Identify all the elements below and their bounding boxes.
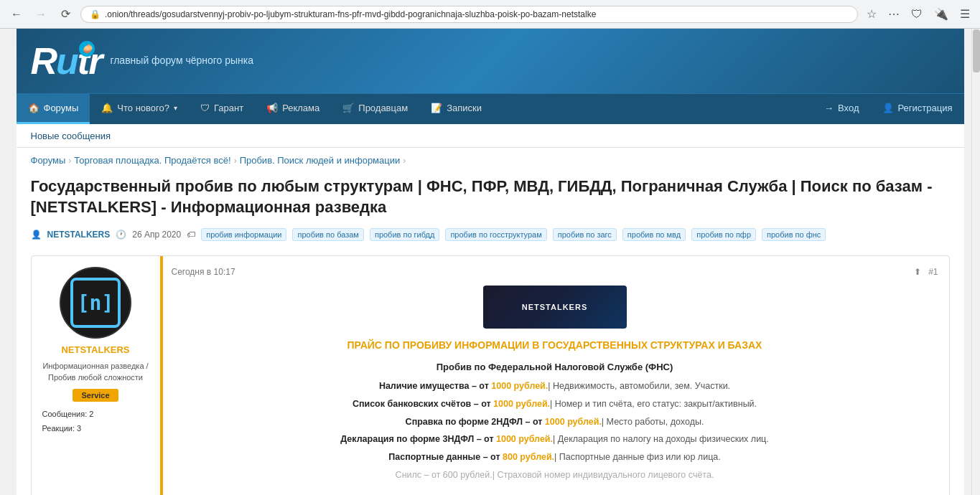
menu-icon[interactable]: ☰ xyxy=(957,6,973,22)
dropdown-icon: ▾ xyxy=(174,104,177,112)
user-stats: Сообщения: 2 Реакции: 3 xyxy=(42,407,149,436)
clock-icon: 🕐 xyxy=(116,230,126,240)
username[interactable]: NETSTALKERS xyxy=(61,344,129,355)
new-messages-bar: Новые сообщения xyxy=(17,124,964,148)
browser-actions: ☆ ⋯ 🛡 🔌 ☰ xyxy=(864,6,973,22)
bookmark-icon[interactable]: ☆ xyxy=(864,6,879,22)
new-messages-link[interactable]: Новые сообщения xyxy=(31,131,111,141)
tag-7[interactable]: пробив по фнс xyxy=(762,228,826,241)
thread-meta: 👤 NETSTALKERS 🕐 26 Апр 2020 🏷 пробив инф… xyxy=(17,225,964,248)
nav-notes[interactable]: 📝 Записки xyxy=(419,94,493,124)
post-timestamp: Сегодня в 10:17 xyxy=(172,267,235,277)
more-icon[interactable]: ⋯ xyxy=(885,6,902,22)
scrollbar-thumb[interactable] xyxy=(973,29,980,72)
post-content: Сегодня в 10:17 ⬆ #1 NETSTALKERS ПРАЙС П… xyxy=(161,256,949,495)
lock-icon: 🔒 xyxy=(90,9,101,19)
scrollbar-track[interactable] xyxy=(971,29,980,495)
price-row-4: Паспортные данные – от 800 рублей.| Пасп… xyxy=(172,451,938,464)
refresh-button[interactable]: ⟳ xyxy=(56,5,75,24)
breadcrumb-probiv[interactable]: Пробив. Поиск людей и информации xyxy=(240,155,401,166)
breadcrumb-sep-3: › xyxy=(403,156,406,166)
avatar-inner: [n] xyxy=(70,278,121,328)
post-container: [n] NETSTALKERS Информационная разведка … xyxy=(31,255,950,495)
register-icon: 👤 xyxy=(882,103,894,113)
shield-icon[interactable]: 🛡 xyxy=(908,6,925,22)
site-nav: 🏠 Форумы 🔔 Что нового? ▾ 🛡 Гарант 📢 Рекл… xyxy=(17,93,964,124)
user-sidebar: [n] NETSTALKERS Информационная разведка … xyxy=(32,256,161,495)
nav-forums[interactable]: 🏠 Форумы xyxy=(17,94,90,124)
browser-chrome: ← → ⟳ 🔒 .onion/threads/gosudarstvennyj-p… xyxy=(0,0,980,29)
breadcrumb: Форумы › Торговая площадка. Продаётся вс… xyxy=(17,148,964,173)
fns-section-heading: Пробив по Федеральной Налоговой Службе (… xyxy=(172,362,938,372)
price-heading: ПРАЙС ПО ПРОБИВУ ИНФОРМАЦИИ В ГОСУДАРСТВ… xyxy=(172,339,938,351)
tag-4[interactable]: пробив по загс xyxy=(553,228,617,241)
user-role: Информационная разведка / Пробив любой с… xyxy=(42,361,149,383)
tag-2[interactable]: пробив по гибдд xyxy=(370,228,439,241)
nav-garant[interactable]: 🛡 Гарант xyxy=(189,94,255,124)
address-bar[interactable]: 🔒 .onion/threads/gosudarstvennyj-probiv-… xyxy=(80,6,858,23)
breadcrumb-forums[interactable]: Форумы xyxy=(31,155,66,166)
nav-sellers[interactable]: 🛒 Продавцам xyxy=(331,94,419,124)
shield-nav-icon: 🛡 xyxy=(200,103,210,113)
extensions-icon[interactable]: 🔌 xyxy=(931,6,951,22)
avatar: [n] xyxy=(60,267,131,339)
post-banner: NETSTALKERS xyxy=(483,286,627,329)
tag-5[interactable]: пробив по мвд xyxy=(622,228,686,241)
nav-right: → Вход 👤 Регистрация xyxy=(813,94,963,124)
back-button[interactable]: ← xyxy=(7,5,26,24)
tag-1[interactable]: пробив по базам xyxy=(292,228,363,241)
breadcrumb-sep-1: › xyxy=(68,156,71,166)
price-row-1: Список банковских счётов – от 1000 рубле… xyxy=(172,397,938,411)
thread-author[interactable]: NETSTALKERS xyxy=(47,230,111,240)
nav-register[interactable]: 👤 Регистрация xyxy=(871,94,964,124)
post-actions: ⬆ #1 xyxy=(914,267,938,277)
forward-button[interactable]: → xyxy=(32,5,50,24)
tag-0[interactable]: пробив информации xyxy=(201,228,286,241)
breadcrumb-marketplace[interactable]: Торговая площадка. Продаётся всё! xyxy=(74,155,230,166)
bell-icon: 🔔 xyxy=(101,103,113,113)
price-row-3: Декларация по форме 3НДФЛ – от 1000 рубл… xyxy=(172,433,938,446)
url-text: .onion/threads/gosudarstvennyj-probiv-po… xyxy=(105,9,849,19)
notes-icon: 📝 xyxy=(431,103,442,113)
post-header: Сегодня в 10:17 ⬆ #1 xyxy=(172,267,938,277)
logo-area: Rut🧅r главный форум чёрного рынка xyxy=(31,39,254,82)
share-icon[interactable]: ⬆ xyxy=(914,267,921,277)
reactions-stat: Реакции: 3 xyxy=(42,422,149,436)
nav-whats-new[interactable]: 🔔 Что нового? ▾ xyxy=(90,94,189,124)
tag-3[interactable]: пробив по госструктурам xyxy=(445,228,546,241)
breadcrumb-sep-2: › xyxy=(234,156,237,166)
nav-login[interactable]: → Вход xyxy=(813,94,870,124)
messages-stat: Сообщения: 2 xyxy=(42,407,149,422)
service-badge: Service xyxy=(73,389,118,402)
logo-tagline: главный форум чёрного рынка xyxy=(110,54,253,68)
tag-6[interactable]: пробив по пфр xyxy=(691,228,756,241)
post-number: #1 xyxy=(928,267,938,277)
logo[interactable]: Rut🧅r xyxy=(31,39,102,82)
tag-icon: 🏷 xyxy=(187,230,195,240)
home-icon: 🏠 xyxy=(28,103,39,113)
cart-icon: 🛒 xyxy=(342,103,354,113)
price-row-5: Снилс – от 600 рублей.| Страховой номер … xyxy=(172,468,938,482)
login-icon: → xyxy=(824,103,834,113)
price-row-0: Наличие имущества – от 1000 рублей.| Нед… xyxy=(172,380,938,393)
megaphone-icon: 📢 xyxy=(266,103,278,113)
author-icon: 👤 xyxy=(31,230,42,240)
site-header: Rut🧅r главный форум чёрного рынка xyxy=(17,29,964,93)
thread-date: 26 Апр 2020 xyxy=(132,230,181,240)
thread-title: Государственный пробив по любым структур… xyxy=(17,173,964,225)
nav-reklama[interactable]: 📢 Реклама xyxy=(255,94,331,124)
price-row-2: Справка по форме 2НДФЛ – от 1000 рублей.… xyxy=(172,415,938,429)
